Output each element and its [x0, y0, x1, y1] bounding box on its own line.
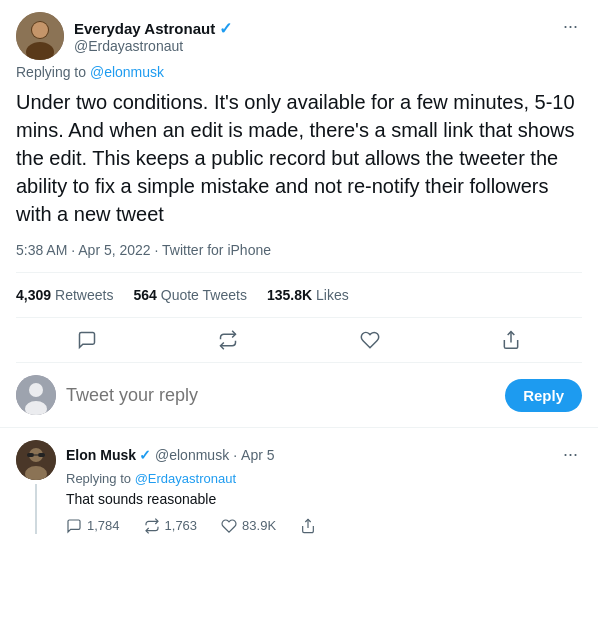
svg-rect-12 [38, 453, 45, 457]
reply-text: That sounds reasonable [66, 490, 582, 510]
reply-user-avatar [16, 375, 56, 415]
svg-rect-11 [27, 453, 34, 457]
reply-replying-to-link[interactable]: @Erdayastronaut [135, 471, 236, 486]
share-button[interactable] [493, 322, 529, 358]
reply-comment-count: 1,784 [87, 518, 120, 533]
like-button[interactable] [352, 322, 388, 358]
reply-like-action[interactable]: 83.9K [221, 518, 276, 534]
tweet-header: Everyday Astronaut ✓ @Erdayastronaut ··· [16, 12, 582, 60]
reply-thread-line [35, 484, 37, 534]
tweet-meta: 5:38 AM · Apr 5, 2022 · Twitter for iPho… [16, 242, 582, 273]
verified-icon: ✓ [219, 19, 232, 38]
reply-author-row: Elon Musk ✓ @elonmusk · Apr 5 [66, 447, 275, 463]
author-display-name[interactable]: Everyday Astronaut ✓ [74, 19, 232, 38]
reply-actions: 1,784 1,763 83.9K [66, 518, 582, 534]
reply-button[interactable]: Reply [505, 379, 582, 412]
tweet-actions [16, 318, 582, 363]
author-avatar[interactable] [16, 12, 64, 60]
retweet-button[interactable] [210, 322, 246, 358]
tweet-author: Everyday Astronaut ✓ @Erdayastronaut [16, 12, 232, 60]
reply-date: · [233, 447, 237, 463]
retweets-stat[interactable]: 4,309 Retweets [16, 287, 113, 303]
reply-tweet-date: Apr 5 [241, 447, 274, 463]
reply-tweet: Elon Musk ✓ @elonmusk · Apr 5 ··· Replyi… [0, 428, 598, 546]
reply-input[interactable] [66, 385, 495, 406]
svg-point-6 [29, 383, 43, 397]
reply-like-count: 83.9K [242, 518, 276, 533]
reply-tweet-content: Elon Musk ✓ @elonmusk · Apr 5 ··· Replyi… [66, 440, 582, 534]
quote-tweets-stat[interactable]: 564 Quote Tweets [133, 287, 247, 303]
author-username[interactable]: @Erdayastronaut [74, 38, 232, 54]
reply-username[interactable]: @elonmusk [155, 447, 229, 463]
likes-stat[interactable]: 135.8K Likes [267, 287, 349, 303]
reply-display-name[interactable]: Elon Musk ✓ [66, 447, 151, 463]
tweet-main: Everyday Astronaut ✓ @Erdayastronaut ···… [0, 0, 598, 363]
reply-more-options[interactable]: ··· [559, 440, 582, 469]
reply-tweet-left [16, 440, 56, 534]
reply-tweet-avatar[interactable] [16, 440, 56, 480]
comment-button[interactable] [69, 322, 105, 358]
tweet-stats: 4,309 Retweets 564 Quote Tweets 135.8K L… [16, 287, 582, 318]
tweet-text: Under two conditions. It's only availabl… [16, 88, 582, 228]
reply-verified-icon: ✓ [139, 447, 151, 463]
reply-comment-action[interactable]: 1,784 [66, 518, 120, 534]
svg-point-3 [32, 22, 48, 38]
reply-retweet-count: 1,763 [165, 518, 198, 533]
reply-tweet-header: Elon Musk ✓ @elonmusk · Apr 5 ··· [66, 440, 582, 469]
reply-share-action[interactable] [300, 518, 316, 534]
replying-to-link[interactable]: @elonmusk [90, 64, 164, 80]
reply-replying-to: Replying to @Erdayastronaut [66, 471, 582, 486]
author-info: Everyday Astronaut ✓ @Erdayastronaut [74, 19, 232, 54]
reply-retweet-action[interactable]: 1,763 [144, 518, 198, 534]
replying-to: Replying to @elonmusk [16, 64, 582, 80]
reply-box: Reply [0, 363, 598, 428]
more-options-button[interactable]: ··· [559, 12, 582, 41]
